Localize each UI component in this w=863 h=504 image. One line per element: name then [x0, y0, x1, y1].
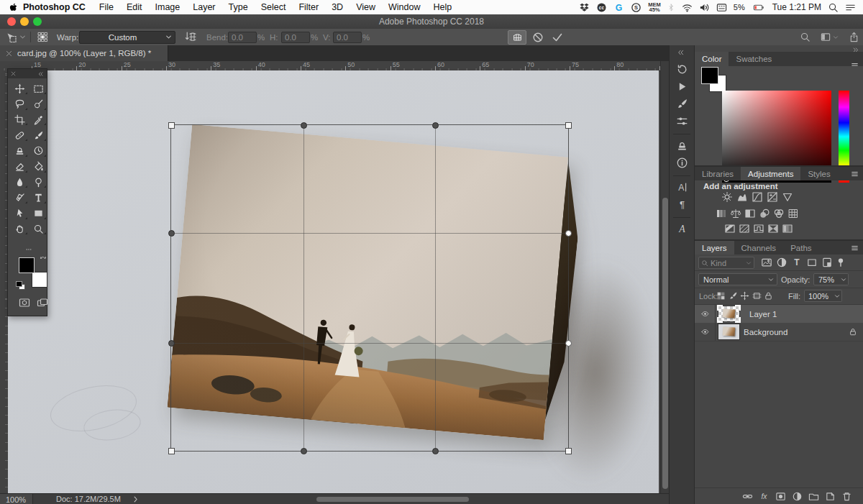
warp-anchor[interactable]: [432, 448, 439, 454]
corner-handle[interactable]: [168, 448, 175, 454]
share-icon[interactable]: [849, 32, 859, 42]
swap-colors-icon[interactable]: [39, 255, 48, 263]
warp-anchor[interactable]: [168, 340, 175, 347]
pen-tool[interactable]: [11, 191, 29, 205]
collapse-icon[interactable]: [37, 71, 44, 77]
fill-value[interactable]: 100%: [804, 290, 833, 302]
warp-anchor-selected[interactable]: [565, 340, 572, 347]
layer-filter-toggle-icon[interactable]: [836, 257, 846, 268]
layer-row-background[interactable]: Background: [695, 323, 863, 342]
adjustment-vibrance-icon[interactable]: [781, 191, 794, 203]
dropbox-icon[interactable]: [579, 2, 590, 13]
corner-handle[interactable]: [168, 122, 175, 129]
brush-tool[interactable]: [29, 128, 47, 142]
new-adjustment-icon[interactable]: [792, 491, 803, 502]
move-tool[interactable]: [11, 81, 29, 96]
menu-item-window[interactable]: Window: [382, 2, 426, 12]
menu-item-edit[interactable]: Edit: [120, 2, 149, 12]
folder-icon[interactable]: [808, 491, 819, 502]
adjustment-hue-saturation-icon[interactable]: [715, 208, 728, 219]
adjustment-levels-icon[interactable]: [736, 191, 749, 203]
layer-filter-kind-select[interactable]: Kind: [698, 257, 754, 269]
dock-history-icon[interactable]: [676, 63, 688, 75]
tab-adjustments[interactable]: Adjustments: [741, 167, 800, 180]
menu-item-layer[interactable]: Layer: [186, 2, 222, 12]
lock-all-icon[interactable]: [764, 291, 773, 301]
panel-menu-icon[interactable]: [850, 244, 859, 252]
adjustment-brightness-icon[interactable]: [721, 191, 734, 203]
dock-info-icon[interactable]: [676, 157, 688, 169]
status-expand-icon[interactable]: [132, 496, 139, 503]
transform-tool-icon[interactable]: [5, 32, 17, 43]
dock-character-icon[interactable]: A: [676, 181, 688, 193]
paint-bucket-tool[interactable]: [29, 160, 47, 174]
workspace-icon[interactable]: [820, 32, 831, 42]
menu-item-select[interactable]: Select: [255, 2, 293, 12]
new-layer-icon[interactable]: [825, 491, 836, 502]
type-tool[interactable]: [29, 191, 47, 205]
filter-adjustment-icon[interactable]: [776, 257, 787, 268]
bend-input[interactable]: 0.0: [228, 32, 257, 43]
warp-anchor[interactable]: [301, 448, 307, 454]
marquee-tool[interactable]: [29, 81, 47, 96]
panel-menu-icon[interactable]: [850, 170, 859, 178]
vertical-scrollbar-thumb[interactable]: [662, 198, 668, 489]
bluetooth-icon[interactable]: [667, 2, 675, 13]
tab-libraries[interactable]: Libraries: [695, 167, 741, 180]
reference-point-icon[interactable]: [37, 32, 48, 42]
lock-pixels-icon[interactable]: [729, 291, 738, 301]
apple-menu-icon[interactable]: [9, 2, 19, 13]
tools-panel-header[interactable]: [8, 69, 47, 78]
adjustment-invert-icon[interactable]: [723, 223, 736, 234]
warp-orientation-icon[interactable]: [183, 31, 198, 43]
adjustment-color-balance-icon[interactable]: [729, 208, 742, 219]
foreground-color-mini[interactable]: [701, 67, 718, 84]
tab-styles[interactable]: Styles: [800, 167, 837, 180]
menu-item-help[interactable]: Help: [427, 2, 459, 12]
screen-mode-icon[interactable]: [35, 297, 50, 308]
window-titlebar[interactable]: Adobe Photoshop CC 2018: [0, 14, 863, 29]
zoom-tool[interactable]: [29, 221, 47, 236]
adjustment-exposure-icon[interactable]: [766, 191, 779, 203]
tab-channels[interactable]: Channels: [734, 241, 784, 255]
background-thumbnail[interactable]: [718, 324, 739, 339]
dock-glyphs-icon[interactable]: A: [676, 223, 688, 235]
layer1-thumbnail[interactable]: [718, 306, 739, 321]
layer-name[interactable]: Layer 1: [749, 310, 777, 319]
menu-item-image[interactable]: Image: [149, 2, 187, 12]
lock-transparency-icon[interactable]: [716, 291, 726, 301]
corner-handle[interactable]: [565, 122, 572, 129]
adjustment-channel-mixer-icon[interactable]: [772, 208, 785, 219]
history-brush-tool[interactable]: [29, 144, 47, 158]
creative-cloud-icon[interactable]: cc: [596, 2, 607, 13]
memory-indicator[interactable]: MEM 45%: [648, 2, 661, 13]
edit-toolbar-icon[interactable]: [24, 247, 34, 252]
v-input[interactable]: 0.0: [333, 32, 362, 43]
commit-transform-icon[interactable]: [552, 32, 563, 43]
lock-artboard-icon[interactable]: [752, 291, 762, 301]
chevron-down-icon[interactable]: [19, 34, 26, 40]
blend-mode-select[interactable]: Normal: [698, 273, 777, 285]
adjustment-posterize-icon[interactable]: [738, 223, 751, 234]
adjustment-black-white-icon[interactable]: [744, 208, 757, 219]
fx-icon[interactable]: fx: [759, 491, 770, 502]
dock-actions-icon[interactable]: [676, 81, 688, 93]
lasso-tool[interactable]: [11, 97, 29, 111]
default-colors-icon[interactable]: [16, 281, 24, 289]
eyedropper-tool[interactable]: [29, 112, 47, 127]
warp-mode-toggle-button[interactable]: [508, 30, 526, 45]
mask-icon[interactable]: [775, 491, 786, 502]
dodge-tool[interactable]: [29, 175, 47, 189]
search-icon[interactable]: [800, 32, 811, 42]
layer-visibility-toggle[interactable]: [695, 323, 716, 341]
quick-selection-tool[interactable]: [29, 97, 47, 111]
warp-anchor[interactable]: [432, 122, 439, 129]
blur-tool[interactable]: [11, 175, 29, 189]
logitech-icon[interactable]: G: [613, 2, 624, 13]
tab-color[interactable]: Color: [695, 52, 729, 66]
menu-item-filter[interactable]: Filter: [292, 2, 325, 12]
filter-smart-icon[interactable]: [821, 257, 833, 268]
expand-dock-icon[interactable]: [676, 49, 685, 56]
trash-icon[interactable]: [841, 491, 852, 502]
h-input[interactable]: 0.0: [281, 32, 310, 43]
